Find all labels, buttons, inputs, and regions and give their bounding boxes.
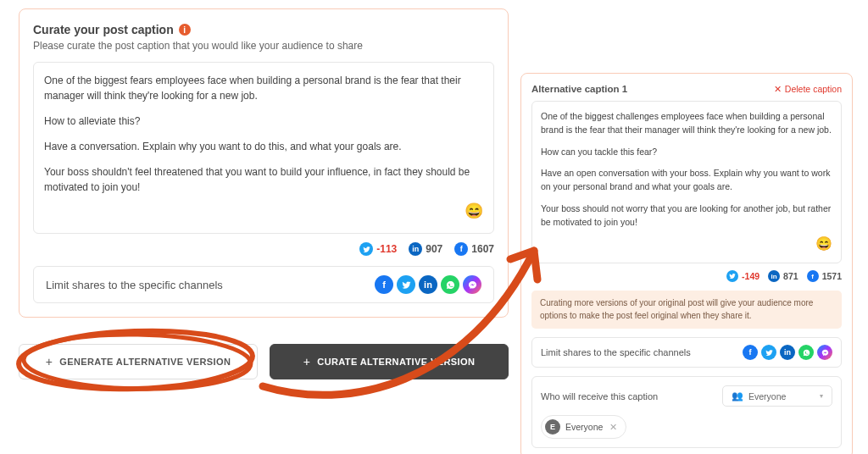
twitter-count: -149 — [726, 270, 760, 282]
alt-header: Alternative caption 1 ✕ Delete caption — [531, 84, 842, 94]
tip-banner: Curating more versions of your original … — [531, 291, 842, 329]
twitter-toggle[interactable] — [761, 345, 776, 360]
action-buttons-row: + GENERATE ALTERNATIVE VERSION + CURATE … — [19, 344, 509, 379]
receive-label: Who will receive this caption — [541, 391, 658, 401]
limit-channels-row: Limit shares to the specific channels f … — [33, 266, 494, 303]
caption-line: How can you tackle this fear? — [541, 146, 832, 159]
audience-chip[interactable]: E Everyone ✕ — [541, 415, 626, 439]
alt-title: Alternative caption 1 — [531, 84, 627, 94]
info-icon[interactable]: i — [179, 24, 191, 36]
caption-line: One of the biggest fears employees face … — [44, 73, 483, 103]
caption-line: Have an open conversation with your boss… — [541, 167, 832, 194]
channel-toggles: f in — [375, 275, 481, 294]
facebook-toggle[interactable]: f — [743, 345, 758, 360]
emoji-picker-button[interactable]: 😄 — [541, 234, 832, 254]
curate-alternative-button[interactable]: + CURATE ALTERNATIVE VERSION — [270, 344, 509, 379]
caption-line: Your boss should not worry that you are … — [541, 202, 832, 230]
receive-caption-section: Who will receive this caption 👥 Everyone… — [531, 376, 842, 448]
section-title: Curate your post caption — [33, 23, 174, 36]
alt-char-counts: -149 in 871 f 1571 — [531, 270, 842, 282]
linkedin-icon: in — [768, 270, 780, 282]
messenger-toggle[interactable] — [463, 275, 481, 294]
linkedin-count: in 871 — [768, 270, 798, 282]
emoji-picker-button[interactable]: 😄 — [44, 200, 483, 223]
caption-line: Have a conversation. Explain why you wan… — [44, 139, 483, 154]
twitter-icon — [359, 242, 373, 256]
alternative-caption-panel: Alternative caption 1 ✕ Delete caption O… — [520, 73, 853, 454]
messenger-toggle[interactable] — [817, 345, 832, 360]
twitter-toggle[interactable] — [397, 275, 415, 294]
plus-icon: + — [46, 355, 53, 368]
caption-line: Your boss shouldn't feel threatened that… — [44, 164, 483, 195]
main-caption-panel: Curate your post caption i Please curate… — [19, 8, 509, 318]
audience-dropdown[interactable]: 👥 Everyone ▾ — [722, 385, 832, 407]
receive-top-row: Who will receive this caption 👥 Everyone… — [541, 385, 832, 407]
facebook-toggle[interactable]: f — [375, 275, 393, 294]
caption-line: One of the biggest challenges employees … — [541, 110, 832, 137]
linkedin-toggle[interactable]: in — [419, 275, 437, 294]
delete-caption-button[interactable]: ✕ Delete caption — [774, 84, 842, 94]
alt-caption-textarea[interactable]: One of the biggest challenges employees … — [531, 101, 842, 263]
whatsapp-toggle[interactable] — [441, 275, 459, 294]
whatsapp-toggle[interactable] — [798, 345, 814, 360]
char-counts: -113 in 907 f 1607 — [33, 242, 494, 256]
chip-label: Everyone — [565, 422, 603, 432]
chip-avatar: E — [545, 419, 560, 435]
twitter-icon — [726, 270, 738, 282]
people-icon: 👥 — [732, 390, 743, 401]
linkedin-count: in 907 — [409, 242, 442, 256]
facebook-icon: f — [454, 242, 468, 256]
facebook-count: f 1607 — [454, 242, 494, 256]
facebook-icon: f — [807, 270, 819, 282]
generate-alternative-button[interactable]: + GENERATE ALTERNATIVE VERSION — [19, 344, 258, 379]
linkedin-icon: in — [409, 242, 422, 256]
limit-label: Limit shares to the specific channels — [46, 279, 223, 291]
caption-line: How to alleviate this? — [44, 114, 483, 129]
linkedin-toggle[interactable]: in — [780, 345, 795, 360]
facebook-count: f 1571 — [807, 270, 842, 282]
chip-remove-icon[interactable]: ✕ — [609, 422, 617, 433]
limit-label: Limit shares to the specific channels — [541, 347, 691, 357]
plus-icon: + — [303, 355, 311, 368]
channel-toggles: f in — [743, 345, 832, 360]
alt-limit-channels-row: Limit shares to the specific channels f … — [531, 337, 842, 368]
section-title-row: Curate your post caption i — [33, 23, 494, 36]
chevron-down-icon: ▾ — [820, 392, 823, 400]
close-icon: ✕ — [774, 84, 782, 94]
caption-textarea[interactable]: One of the biggest fears employees face … — [33, 62, 494, 234]
section-subtitle: Please curate the post caption that you … — [33, 40, 494, 52]
twitter-count: -113 — [359, 242, 397, 256]
